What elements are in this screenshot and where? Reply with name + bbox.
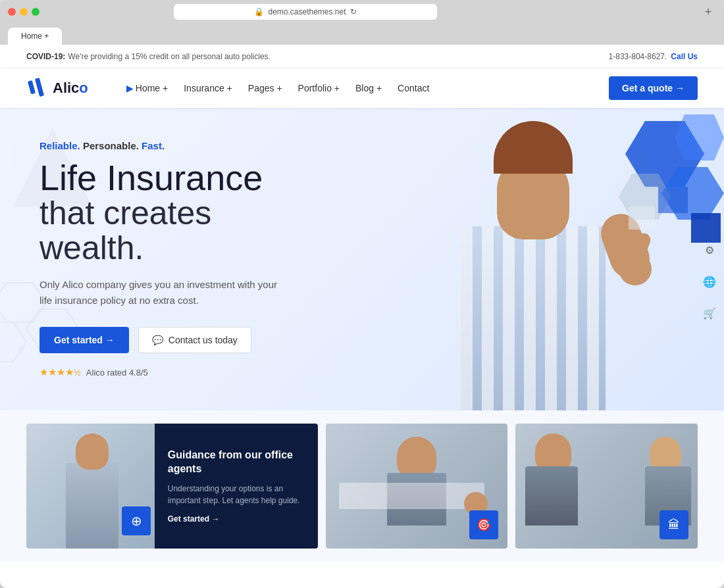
- call-us-link[interactable]: Call Us: [671, 52, 698, 61]
- maximize-button[interactable]: [32, 8, 39, 16]
- nav-insurance[interactable]: Insurance +: [177, 79, 239, 97]
- logo-text: Alico: [53, 80, 88, 97]
- svg-rect-1: [35, 78, 44, 97]
- reload-icon[interactable]: ↻: [350, 7, 357, 16]
- hero-title-line1: Life Insurance: [39, 159, 290, 197]
- nav-blog-label: Blog +: [355, 83, 382, 93]
- top-announcement-bar: COVID-19: We're providing a 15% credit o…: [0, 45, 724, 68]
- svg-marker-12: [629, 207, 655, 230]
- lock-icon: 🔒: [254, 7, 264, 16]
- globe-icon[interactable]: 🌐: [699, 271, 720, 292]
- main-navbar: Alico ▶ Home + Insurance + Pages + Portf…: [0, 68, 724, 108]
- card-overlay: Guidance from our office agents Understa…: [155, 424, 318, 549]
- sidebar-icons: ⚙ 🌐 🛒: [699, 239, 720, 324]
- card-title: Guidance from our office agents: [168, 449, 305, 476]
- hero-description: Only Alico company gives you an investme…: [39, 277, 290, 308]
- nav-home-arrow: ▶: [126, 83, 134, 93]
- hero-rating: ★★★★½ Alico rated 4.8/5: [39, 366, 290, 378]
- nav-portfolio-label: Portfolio +: [298, 83, 340, 93]
- nav-portfolio[interactable]: Portfolio +: [292, 79, 346, 97]
- get-quote-button[interactable]: Get a quote →: [609, 76, 698, 100]
- svg-marker-11: [658, 187, 688, 213]
- topbar-alert: COVID-19: We're providing a 15% credit o…: [26, 52, 271, 61]
- card-badge-3: 🏛: [659, 510, 688, 539]
- nav-links: ▶ Home + Insurance + Pages + Portfolio +…: [120, 79, 588, 97]
- card-badge-2: 🎯: [469, 510, 498, 539]
- browser-titlebar: 🔒 demo.casethemes.net ↻ +: [0, 0, 724, 24]
- website-content: COVID-19: We're providing a 15% credit o…: [0, 45, 724, 588]
- svg-marker-8: [675, 114, 724, 160]
- url-text: demo.casethemes.net: [268, 7, 346, 16]
- nav-blog[interactable]: Blog +: [349, 79, 388, 97]
- minimize-button[interactable]: [20, 8, 28, 16]
- active-tab[interactable]: Home +: [8, 28, 62, 45]
- card-description: Understanding your options is an importa…: [168, 483, 305, 506]
- logo-highlight: o: [79, 80, 88, 96]
- topbar-contact: 1-833-804-8627. Call Us: [609, 52, 698, 61]
- contact-today-button[interactable]: 💬 Contact us today: [138, 327, 251, 353]
- card-meeting: 🏛: [515, 424, 698, 549]
- tagline-personable: Personable.: [83, 140, 139, 151]
- settings-icon[interactable]: ⚙: [699, 239, 720, 260]
- card-link-text: Get started →: [168, 514, 220, 524]
- hero-title-line2: that creates: [39, 196, 290, 231]
- get-started-button[interactable]: Get started →: [39, 327, 129, 353]
- tab-label: Home +: [21, 32, 49, 41]
- card-image-1: ⊕: [26, 424, 157, 549]
- nav-insurance-label: Insurance +: [184, 83, 232, 93]
- logo-icon: [26, 76, 50, 100]
- tagline-reliable: Reliable.: [39, 140, 80, 151]
- hero-content: Reliable. Personable. Fast. Life Insuran…: [39, 140, 290, 379]
- nav-home[interactable]: ▶ Home +: [120, 79, 174, 97]
- card-agents: ⊕ Guidance from our office agents Unders…: [26, 424, 318, 549]
- tagline-fast: Fast.: [142, 140, 165, 151]
- card-badge-1: ⊕: [122, 506, 151, 535]
- star-rating: ★★★★½: [39, 366, 81, 378]
- card-link[interactable]: Get started →: [168, 514, 305, 524]
- close-button[interactable]: [8, 8, 16, 16]
- svg-rect-0: [28, 80, 36, 94]
- get-quote-label: Get a quote →: [622, 83, 685, 93]
- nav-contact[interactable]: Contact: [391, 79, 436, 97]
- browser-tabs: Home +: [0, 24, 724, 45]
- add-tab-button[interactable]: +: [700, 4, 716, 20]
- svg-marker-4: [0, 322, 26, 362]
- geometric-shapes: [592, 114, 724, 259]
- hero-title-line3: wealth.: [39, 231, 290, 266]
- address-bar[interactable]: 🔒 demo.casethemes.net ↻: [174, 4, 437, 20]
- browser-window: 🔒 demo.casethemes.net ↻ + Home + COVID-1…: [0, 0, 724, 588]
- logo[interactable]: Alico: [26, 76, 88, 100]
- card-writing: 🎯: [326, 424, 508, 549]
- nav-home-label: Home +: [136, 83, 168, 93]
- nav-pages-label: Pages +: [248, 83, 282, 93]
- nav-pages[interactable]: Pages +: [242, 79, 289, 97]
- cards-section: ⊕ Guidance from our office agents Unders…: [0, 410, 724, 562]
- cart-icon[interactable]: 🛒: [699, 303, 720, 324]
- hero-section: Reliable. Personable. Fast. Life Insuran…: [0, 108, 724, 410]
- contact-label: Contact us today: [168, 335, 238, 345]
- nav-contact-label: Contact: [398, 83, 429, 93]
- alert-label: COVID-19:: [26, 52, 65, 61]
- window-controls: [8, 8, 39, 16]
- hero-tagline: Reliable. Personable. Fast.: [39, 140, 290, 151]
- hero-title: Life Insurance that creates wealth.: [39, 159, 290, 266]
- svg-marker-10: [691, 213, 721, 243]
- chat-icon: 💬: [152, 335, 163, 345]
- phone-number: 1-833-804-8627.: [609, 52, 667, 61]
- alert-text: We're providing a 15% credit on all pers…: [68, 52, 271, 61]
- hero-buttons: Get started → 💬 Contact us today: [39, 327, 290, 353]
- rating-text: Alico rated 4.8/5: [86, 368, 148, 378]
- get-started-label: Get started →: [54, 335, 115, 345]
